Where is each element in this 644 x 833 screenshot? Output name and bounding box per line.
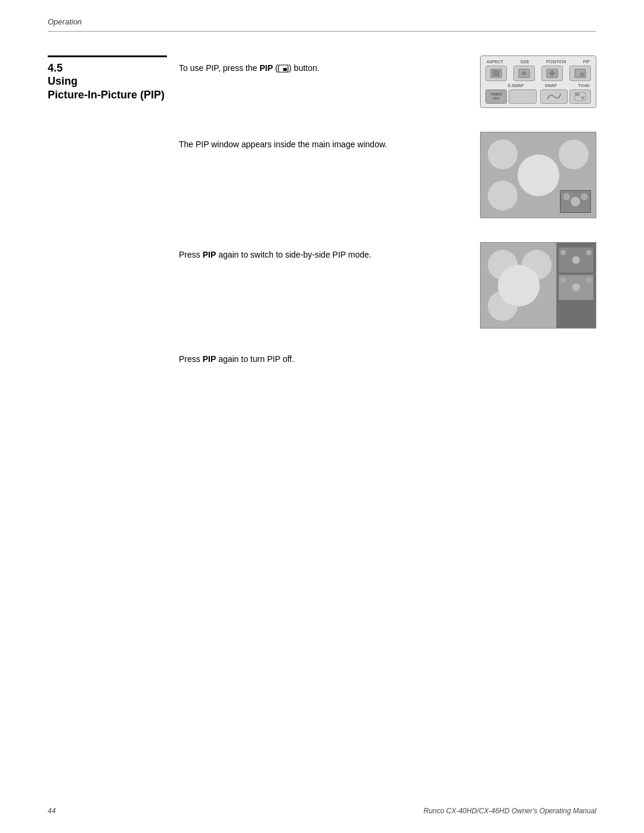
section-number: 4.5 <box>48 62 167 75</box>
sbs-mini-center <box>572 256 580 264</box>
remote-label-aspect: ASPECT <box>487 60 503 64</box>
remote-label-size: SIZE <box>520 60 530 64</box>
turn-off-text: Press PIP again to turn PIP off. <box>179 346 596 366</box>
remote-btn-timer[interactable]: TIMEROFF <box>485 89 507 104</box>
pip-inset-circle-tr <box>581 193 588 200</box>
content-area: 4.5 Using Picture-In-Picture (PIP) To us… <box>0 32 644 366</box>
sbs-mini2-tr <box>586 277 592 283</box>
remote-timer-label: TIMEROFF <box>491 92 502 100</box>
remote-top-labels: ASPECT SIZE POSITION PIP <box>485 60 591 64</box>
pip-inset-window <box>560 190 591 213</box>
turn-off-suffix: again to turn PIP off. <box>216 354 294 364</box>
pip-inset-circle-tl <box>563 193 570 200</box>
sbs-pip-bold: PIP <box>203 250 216 259</box>
svg-rect-1 <box>283 68 287 71</box>
pip-window-row: The PIP window appears inside the main i… <box>179 132 596 218</box>
intro-pip-bold: PIP <box>259 63 273 73</box>
footer-manual-title: Runco CX-40HD/CX-46HD Owner's Operating … <box>423 807 596 815</box>
circle-top-left <box>488 140 518 169</box>
sbs-circle-center <box>498 265 540 306</box>
sbs-mini-tl <box>561 250 566 255</box>
circle-center <box>518 154 559 196</box>
page-footer: 44 Runco CX-40HD/CX-46HD Owner's Operati… <box>48 807 596 815</box>
side-by-side-row: Press PIP again to switch to side-by-sid… <box>179 242 596 329</box>
pip-bottom-icon <box>574 92 586 101</box>
sbs-mini-tr <box>586 250 592 255</box>
size-icon <box>518 69 530 78</box>
remote-buttons-row-top <box>485 66 591 81</box>
circle-top-right <box>559 140 589 169</box>
remote-label-sswap: S.SWAP <box>507 83 524 88</box>
remote-label-pip: PIP <box>583 60 590 64</box>
header-label: Operation <box>48 17 82 26</box>
sbs-diagram <box>480 242 596 329</box>
section-block: 4.5 Using Picture-In-Picture (PIP) To us… <box>48 55 596 366</box>
intro-text-suffix: button. <box>294 63 320 73</box>
remote-btn-position[interactable] <box>541 66 563 81</box>
sbs-mini2-center <box>572 284 580 292</box>
footer-page-number: 44 <box>48 807 55 815</box>
remote-bottom-row: TIMEROFF <box>485 89 591 104</box>
sbs-main-panel <box>481 243 556 328</box>
sbs-text-prefix: Press <box>179 250 203 259</box>
remote-mid-labels: S.SWAP SWAP TV/AV <box>485 83 591 88</box>
swap-wave-icon <box>541 90 568 103</box>
turn-off-pip-bold: PIP <box>203 354 216 364</box>
remote-label-tvav: TV/AV <box>578 83 590 88</box>
svg-rect-12 <box>580 73 584 76</box>
intro-text-prefix: To use PIP, press the <box>179 63 259 73</box>
section-title-line1: Using <box>48 75 167 88</box>
turn-off-prefix: Press <box>179 354 203 364</box>
pip-diagram-inset <box>480 132 596 218</box>
remote-panel: ASPECT SIZE POSITION PIP <box>480 55 596 108</box>
sbs-mini2-tl <box>561 277 566 283</box>
intro-text: To use PIP, press the PIP () button. <box>179 55 456 75</box>
sbs-text: Press PIP again to switch to side-by-sid… <box>179 242 456 261</box>
pip-button-icon <box>278 64 289 73</box>
aspect-icon <box>490 69 502 78</box>
sbs-side-mini-top <box>559 247 593 272</box>
pip-inset-circle-center <box>571 197 580 206</box>
remote-btn-pip[interactable] <box>569 66 591 81</box>
svg-rect-3 <box>493 70 500 76</box>
sbs-text-suffix: again to switch to side-by-side PIP mode… <box>216 250 371 259</box>
svg-rect-14 <box>575 93 580 96</box>
remote-btn-wide2[interactable] <box>540 89 568 104</box>
remote-btn-size[interactable] <box>513 66 535 81</box>
section-title-line2: Picture-In-Picture (PIP) <box>48 88 167 102</box>
intro-row: To use PIP, press the PIP () button. ASP… <box>179 55 596 108</box>
pip-icon <box>574 69 586 78</box>
remote-btn-pip-bottom[interactable] <box>569 89 591 104</box>
remote-label-position: POSITION <box>546 60 566 64</box>
section-left: 4.5 Using Picture-In-Picture (PIP) <box>48 55 167 103</box>
pip-window-text: The PIP window appears inside the main i… <box>179 132 456 151</box>
section-body: To use PIP, press the PIP () button. ASP… <box>167 55 596 366</box>
sbs-side-mini-bottom <box>559 275 593 300</box>
remote-btn-aspect[interactable] <box>485 66 507 81</box>
remote-btn-wide1[interactable] <box>509 89 537 104</box>
sbs-side-panel <box>556 243 596 328</box>
remote-label-swap: SWAP <box>545 83 557 88</box>
circle-bottom-left <box>488 181 518 210</box>
section-number-title: 4.5 Using Picture-In-Picture (PIP) <box>48 55 167 103</box>
pip-window-description: The PIP window appears inside the main i… <box>179 140 387 149</box>
position-icon <box>546 69 558 78</box>
page-header: Operation <box>0 0 644 26</box>
